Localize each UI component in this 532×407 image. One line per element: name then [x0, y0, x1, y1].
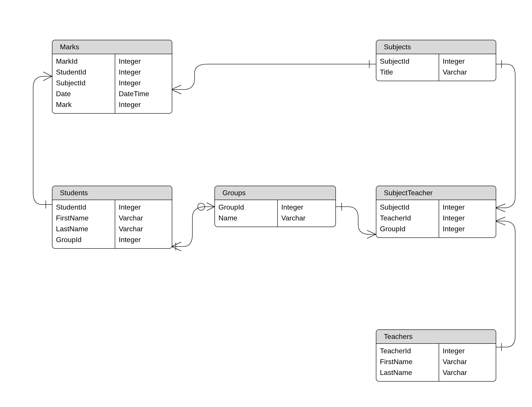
col-name: Date — [56, 88, 111, 99]
col-type: Varchar — [119, 213, 168, 224]
col-name: FirstName — [380, 356, 435, 367]
col-name: GroupId — [219, 202, 274, 213]
col-name: GroupId — [56, 234, 111, 245]
col-type: Integer — [443, 202, 492, 213]
col-name: TeacherId — [380, 345, 435, 356]
col-type: Varchar — [443, 367, 492, 378]
col-type: Integer — [119, 99, 168, 110]
col-name: Name — [219, 213, 274, 224]
entity-title: SubjectTeacher — [376, 186, 496, 200]
entity-title: Students — [52, 186, 172, 200]
col-name: GroupId — [380, 224, 435, 234]
col-type: Integer — [119, 56, 168, 67]
entity-groups: Groups GroupId Name Integer Varchar — [214, 186, 336, 227]
entity-subjects: Subjects SubjectId Title Integer Varchar — [376, 40, 496, 81]
col-type: Integer — [119, 202, 168, 213]
col-type: Varchar — [443, 356, 492, 367]
col-type: Integer — [281, 202, 332, 213]
col-type: Integer — [119, 67, 168, 78]
entity-marks: Marks MarkId StudentId SubjectId Date Ma… — [52, 40, 172, 114]
col-type: Integer — [443, 213, 492, 224]
col-name: Title — [380, 67, 435, 78]
col-type: Integer — [443, 224, 492, 234]
col-type: Varchar — [443, 67, 492, 78]
col-name: SubjectId — [380, 56, 435, 67]
entity-students: Students StudentId FirstName LastName Gr… — [52, 186, 172, 249]
col-name: FirstName — [56, 213, 111, 224]
col-type: Varchar — [119, 224, 168, 234]
col-name: StudentId — [56, 67, 111, 78]
col-name: SubjectId — [56, 78, 111, 88]
entity-title: Marks — [52, 40, 172, 54]
col-type: Integer — [119, 78, 168, 88]
col-type: Integer — [119, 234, 168, 245]
col-name: MarkId — [56, 56, 111, 67]
col-type: Integer — [443, 345, 492, 356]
col-type: Integer — [443, 56, 492, 67]
entity-teachers: Teachers TeacherId FirstName LastName In… — [376, 329, 496, 382]
col-name: TeacherId — [380, 213, 435, 224]
entity-title: Groups — [215, 186, 336, 200]
col-name: LastName — [380, 367, 435, 378]
col-type: DateTime — [119, 88, 168, 99]
entity-title: Subjects — [376, 40, 496, 54]
svg-point-3 — [198, 203, 205, 210]
col-name: SubjectId — [380, 202, 435, 213]
col-name: StudentId — [56, 202, 111, 213]
col-name: Mark — [56, 99, 111, 110]
col-name: LastName — [56, 224, 111, 234]
entity-title: Teachers — [376, 330, 496, 344]
col-type: Varchar — [281, 213, 332, 224]
entity-subjectteacher: SubjectTeacher SubjectId TeacherId Group… — [376, 186, 496, 238]
